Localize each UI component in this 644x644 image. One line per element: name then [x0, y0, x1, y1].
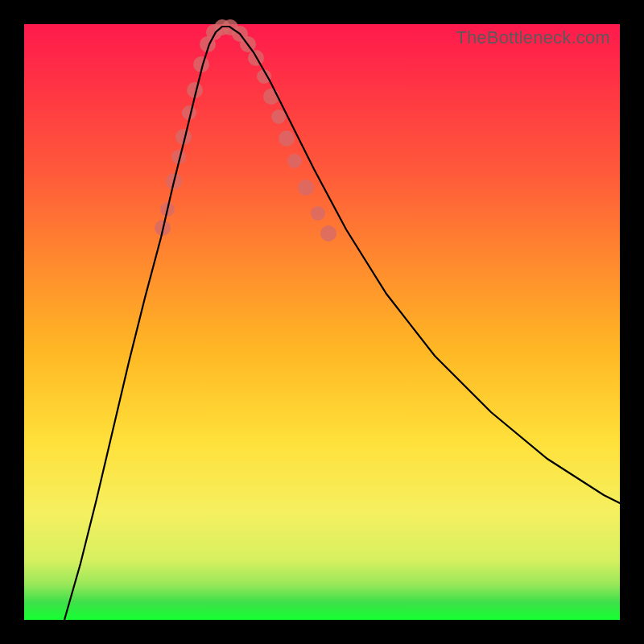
highlight-dot: [279, 130, 295, 147]
curve-svg: [24, 24, 620, 620]
highlight-dot: [271, 109, 286, 124]
dot-layer: [155, 19, 336, 242]
highlight-dot: [287, 154, 302, 168]
highlight-dot: [298, 180, 314, 196]
highlight-dot: [320, 225, 336, 242]
chart-frame: TheBottleneck.com: [0, 0, 644, 644]
plot-area: TheBottleneck.com: [24, 24, 620, 620]
bottleneck-curve: [64, 27, 620, 620]
highlight-dot: [311, 206, 325, 221]
